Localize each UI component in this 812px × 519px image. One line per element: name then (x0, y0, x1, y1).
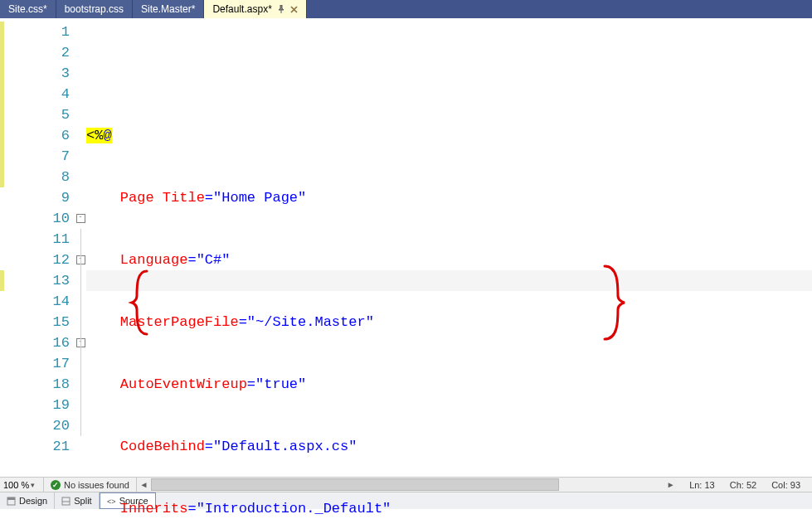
line-number: 3 (0, 63, 70, 84)
line-number: 15 (0, 312, 70, 332)
code-token: = (239, 314, 247, 330)
line-number: 20 (0, 415, 70, 436)
current-line-highlight (86, 270, 812, 291)
code-token: MasterPageFile (120, 314, 239, 330)
check-circle-icon: ✓ (51, 480, 61, 490)
change-marker (0, 270, 4, 291)
line-number: 17 (0, 353, 70, 374)
code-editor[interactable]: 123456789101112131415161718192021 - - - … (0, 18, 812, 477)
code-token: Page Title (120, 190, 205, 206)
close-icon[interactable] (290, 6, 298, 13)
code-token: = (205, 190, 213, 206)
code-token: = (247, 376, 255, 392)
line-number: 13 (0, 270, 70, 291)
code-token: = (187, 501, 196, 517)
line-number-gutter: 123456789101112131415161718192021 (0, 18, 75, 477)
zoom-dropdown[interactable]: 100 % ▾ (0, 478, 44, 492)
code-token: "Introduction._Default" (197, 501, 391, 517)
svg-rect-1 (7, 497, 15, 500)
tab-label: Site.Master* (141, 3, 195, 15)
line-number: 10 (0, 208, 70, 229)
code-token: <% (86, 128, 103, 143)
code-token: "Home Page" (213, 190, 306, 206)
line-number: 4 (0, 84, 70, 104)
tab-label: Default.aspx* (212, 3, 271, 15)
line-number: 2 (0, 42, 70, 63)
zoom-value: 100 % (3, 480, 29, 490)
line-number: 16 (0, 332, 70, 353)
scroll-right-arrow-icon[interactable]: ► (664, 478, 678, 492)
scroll-left-arrow-icon[interactable]: ◄ (137, 478, 151, 492)
line-number: 6 (0, 125, 70, 146)
change-marker (0, 22, 4, 187)
outlining-margin: - - - (75, 18, 86, 477)
line-number: 5 (0, 104, 70, 125)
line-number: 14 (0, 291, 70, 312)
tab-site-css[interactable]: Site.css* (0, 0, 56, 18)
code-token: AutoEventWireup (120, 376, 247, 392)
code-token: "~/Site.Master" (247, 314, 374, 330)
line-number: 7 (0, 146, 70, 167)
code-token: "Default.aspx.cs" (213, 439, 357, 454)
tab-default-aspx[interactable]: Default.aspx* (204, 0, 306, 18)
line-number: 8 (0, 167, 70, 187)
fold-toggle-icon[interactable]: - (76, 214, 85, 223)
line-number: 19 (0, 395, 70, 415)
code-token: "true" (255, 376, 306, 392)
code-token: Inherits (120, 501, 188, 517)
split-view-icon (61, 497, 71, 506)
code-token: CodeBehind (120, 439, 205, 454)
line-number: 21 (0, 436, 70, 457)
code-token: "C#" (197, 252, 231, 268)
code-token: = (205, 439, 213, 454)
code-surface[interactable]: <%@ Page Title="Home Page" Language="C#"… (86, 18, 812, 477)
line-number: 9 (0, 187, 70, 208)
line-number: 11 (0, 229, 70, 250)
tab-site-master[interactable]: Site.Master* (133, 0, 204, 18)
line-number: 12 (0, 250, 70, 270)
pin-icon[interactable] (277, 5, 285, 13)
horizontal-scrollbar[interactable]: ◄ ► (137, 478, 678, 492)
tab-label: bootstrap.css (65, 3, 124, 15)
code-token: @ (103, 128, 111, 143)
tab-bar: Site.css* bootstrap.css Site.Master* Def… (0, 0, 812, 18)
chevron-down-icon: ▾ (31, 481, 35, 489)
code-token: = (187, 252, 196, 268)
view-design-button[interactable]: Design (0, 492, 55, 509)
tab-bootstrap-css[interactable]: bootstrap.css (56, 0, 133, 18)
view-label: Design (19, 496, 47, 506)
line-number: 1 (0, 22, 70, 42)
code-token: Language (120, 252, 188, 268)
design-view-icon (7, 497, 16, 506)
line-number: 18 (0, 374, 70, 395)
tab-label: Site.css* (8, 3, 47, 15)
scrollbar-thumb[interactable] (151, 478, 559, 491)
